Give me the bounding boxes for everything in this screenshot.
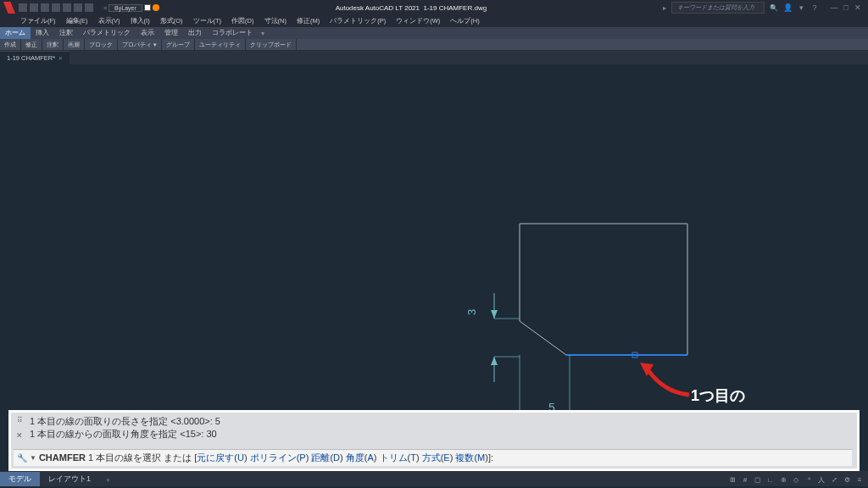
menu-dimension[interactable]: 寸法(N) bbox=[261, 17, 290, 25]
ribbon-tabs: ホーム 挿入 注釈 パラメトリック 表示 管理 出力 コラボレート ▾ bbox=[0, 27, 868, 39]
dimension-value-3: 3 bbox=[465, 309, 478, 315]
menu-parametric[interactable]: パラメトリック(P) bbox=[326, 17, 389, 25]
panel-clipboard[interactable]: クリップボード bbox=[246, 39, 297, 50]
menu-view[interactable]: 表示(V) bbox=[95, 17, 124, 25]
panel-properties[interactable]: プロパティ ▾ bbox=[118, 39, 162, 50]
panel-annotate[interactable]: 注釈 bbox=[42, 39, 64, 50]
new-icon[interactable] bbox=[19, 3, 27, 12]
menu-tools[interactable]: ツール(T) bbox=[190, 17, 225, 25]
menu-modify[interactable]: 修正(M) bbox=[293, 17, 323, 25]
menu-file[interactable]: ファイル(F) bbox=[17, 17, 59, 25]
status-snap-icon[interactable]: ▢ bbox=[753, 474, 763, 485]
ribbon-tab-annotate[interactable]: 注釈 bbox=[54, 27, 78, 39]
undo-icon[interactable] bbox=[74, 3, 82, 12]
panel-modify[interactable]: 修正 bbox=[21, 39, 42, 50]
close-button[interactable]: ✕ bbox=[853, 3, 863, 13]
status-scale-icon[interactable]: ⤢ bbox=[829, 474, 839, 485]
ribbon-tab-view[interactable]: 表示 bbox=[136, 27, 159, 39]
panel-group[interactable]: グループ bbox=[162, 39, 195, 50]
command-history-line: 1 本目の線からの面取り角度を指定 <15>: 30 bbox=[30, 428, 852, 441]
redo-icon[interactable] bbox=[85, 3, 93, 12]
svg-marker-5 bbox=[491, 310, 498, 319]
ribbon-tab-home[interactable]: ホーム bbox=[0, 27, 31, 39]
ribbon-tab-output[interactable]: 出力 bbox=[183, 27, 207, 39]
autocad-logo-icon bbox=[3, 2, 15, 14]
command-window: ⠿ ✕ 1 本目の線の面取りの長さを指定 <3.0000>: 5 1 本目の線か… bbox=[8, 410, 860, 471]
command-close-icon[interactable]: ✕ bbox=[16, 431, 23, 440]
menu-help[interactable]: ヘルプ(H) bbox=[447, 17, 482, 25]
svg-line-3 bbox=[520, 321, 566, 355]
file-tab-close-icon[interactable]: × bbox=[58, 54, 63, 62]
panel-utilities[interactable]: ユーティリティ bbox=[195, 39, 246, 50]
ribbon-tab-parametric[interactable]: パラメトリック bbox=[78, 27, 136, 39]
status-polar-icon[interactable]: ⊕ bbox=[778, 474, 788, 485]
tab-model[interactable]: モデル bbox=[0, 472, 40, 486]
command-history-line: 1 本目の線の面取りの長さを指定 <3.0000>: 5 bbox=[30, 415, 852, 428]
status-model-icon[interactable]: ⊞ bbox=[727, 474, 737, 485]
file-tab-label: 1-19 CHAMFER* bbox=[7, 54, 55, 62]
status-osnap-icon[interactable]: ◇ bbox=[791, 474, 801, 485]
save-icon[interactable] bbox=[41, 3, 49, 12]
ribbon-tab-insert[interactable]: 挿入 bbox=[31, 27, 54, 39]
panel-create[interactable]: 作成 bbox=[0, 39, 21, 50]
command-line[interactable]: 🔧 ▼ CHAMFER 1 本目の線を選択 または [元に戻す(U) ポリライン… bbox=[14, 449, 852, 466]
title-bar: ≡ ByLayer Autodesk AutoCAD LT 2021 1-19 … bbox=[0, 0, 868, 15]
dropdown-icon[interactable]: ▼ bbox=[30, 454, 36, 462]
add-layout-button[interactable]: + bbox=[99, 474, 117, 486]
quick-access-toolbar bbox=[19, 3, 93, 12]
help-icon[interactable]: ? bbox=[810, 3, 819, 12]
drawing-canvas[interactable]: 3 5 1つ目の オブジェクトを選択 ⠿ ✕ 1 本目の線の面取りの長さを指定 … bbox=[0, 64, 868, 488]
panel-block[interactable]: ブロック bbox=[85, 39, 118, 50]
drawing-rectangle bbox=[520, 224, 689, 363]
menu-format[interactable]: 形式(O) bbox=[157, 17, 186, 25]
app-menu-icon[interactable]: ▾ bbox=[797, 3, 805, 12]
status-gear-icon[interactable]: ⚙ bbox=[842, 474, 852, 485]
status-bar: ⊞ # ▢ ∟ ⊕ ◇ ᴬ 人 ⤢ ⚙ ≡ bbox=[727, 473, 865, 486]
search-input[interactable]: キーワードまたは質問を入力 bbox=[671, 2, 765, 14]
file-tabs: 1-19 CHAMFER* × bbox=[0, 51, 868, 64]
status-menu-icon[interactable]: ≡ bbox=[854, 474, 865, 485]
command-history: 1 本目の線の面取りの長さを指定 <3.0000>: 5 1 本目の線からの面取… bbox=[30, 415, 852, 441]
menu-draw[interactable]: 作図(D) bbox=[228, 17, 257, 25]
ribbon-tab-collaborate[interactable]: コラボレート bbox=[207, 27, 258, 39]
layer-color-swatch-icon[interactable] bbox=[144, 4, 151, 11]
status-person-icon[interactable]: 人 bbox=[816, 474, 826, 485]
saveas-icon[interactable] bbox=[52, 3, 60, 12]
layer-selector[interactable]: ≡ ByLayer bbox=[103, 4, 159, 12]
status-ortho-icon[interactable]: ∟ bbox=[765, 474, 776, 485]
ribbon-expand-icon[interactable]: ▾ bbox=[258, 30, 268, 37]
svg-marker-7 bbox=[491, 357, 498, 365]
menu-edit[interactable]: 編集(E) bbox=[63, 17, 92, 25]
open-icon[interactable] bbox=[30, 3, 38, 12]
panel-layers[interactable]: 画層 bbox=[64, 39, 85, 50]
minimize-button[interactable]: — bbox=[829, 3, 839, 13]
menu-insert[interactable]: 挿入(I) bbox=[127, 17, 153, 25]
status-grid-icon[interactable]: # bbox=[740, 474, 750, 485]
wrench-icon: 🔧 bbox=[17, 453, 27, 463]
dimension-vertical bbox=[465, 293, 524, 390]
command-prompt-text: CHAMFER 1 本目の線を選択 または [元に戻す(U) ポリライン(P) … bbox=[39, 452, 493, 464]
window-title: Autodesk AutoCAD LT 2021 1-19 CHAMFER.dw… bbox=[159, 4, 663, 12]
menu-bar: ファイル(F) 編集(E) 表示(V) 挿入(I) 形式(O) ツール(T) 作… bbox=[0, 15, 868, 27]
menu-window[interactable]: ウィンドウ(W) bbox=[392, 17, 443, 25]
ribbon-tab-manage[interactable]: 管理 bbox=[159, 27, 183, 39]
layer-lineweight-icon[interactable] bbox=[153, 4, 159, 11]
signin-icon[interactable]: 👤 bbox=[783, 3, 792, 12]
search-icon[interactable]: 🔍 bbox=[770, 3, 778, 12]
plot-icon[interactable] bbox=[63, 3, 71, 12]
maximize-button[interactable]: □ bbox=[841, 3, 851, 13]
file-tab[interactable]: 1-19 CHAMFER* × bbox=[0, 51, 70, 64]
ribbon-panels: 作成 修正 注釈 画層 ブロック プロパティ ▾ グループ ユーティリティ クリ… bbox=[0, 39, 868, 51]
layer-name: ByLayer bbox=[108, 4, 142, 12]
command-grip-icon[interactable]: ⠿ bbox=[17, 416, 23, 424]
status-text-icon[interactable]: ᴬ bbox=[804, 474, 814, 485]
tab-layout1[interactable]: レイアウト1 bbox=[40, 472, 99, 486]
